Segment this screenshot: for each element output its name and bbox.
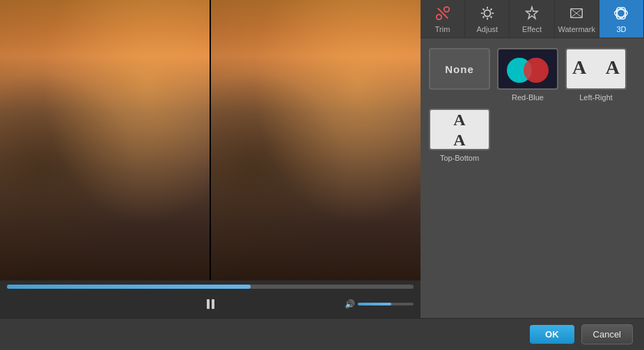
cancel-button[interactable]: Cancel: [581, 324, 633, 344]
options-area: None Red-Blue A A Left-Right: [421, 38, 644, 318]
tab-bar: Trim Adjust: [421, 0, 644, 38]
right-panel: Trim Adjust: [421, 0, 644, 318]
svg-point-3: [484, 10, 490, 16]
red-blue-box: [497, 48, 558, 90]
pause-icon: [207, 299, 214, 309]
lr-letter-left: A: [572, 56, 586, 79]
play-controls: [143, 294, 278, 314]
volume-section: 🔊: [278, 299, 414, 309]
pause-bar-left: [207, 299, 210, 309]
tab-effect[interactable]: Effect: [510, 0, 554, 38]
none-label: None: [445, 63, 474, 75]
tab-watermark[interactable]: Watermark: [555, 0, 599, 38]
effect-icon: [524, 6, 540, 23]
trim-icon: [435, 6, 450, 23]
tab-trim-label: Trim: [435, 25, 450, 33]
option-none[interactable]: None: [429, 48, 490, 102]
none-box: None: [429, 48, 490, 90]
pause-bar-right: [212, 299, 214, 309]
red-blue-label: Red-Blue: [512, 93, 544, 102]
tab-3d-label: 3D: [616, 25, 626, 33]
top-bottom-box: A A: [429, 109, 490, 150]
ok-button[interactable]: OK: [530, 325, 574, 344]
controls-row: 🔊: [7, 294, 414, 314]
svg-line-11: [490, 8, 492, 10]
tab-adjust-label: Adjust: [477, 25, 498, 33]
video-frame-left: [0, 0, 210, 280]
svg-line-0: [437, 8, 448, 19]
progress-fill: [7, 285, 251, 289]
tb-letter-bottom: A: [453, 131, 465, 150]
svg-line-8: [482, 8, 484, 10]
tb-letter-top: A: [453, 111, 465, 129]
tab-adjust[interactable]: Adjust: [465, 0, 510, 38]
option-top-bottom[interactable]: A A Top-Bottom: [429, 109, 490, 162]
video-content: [0, 0, 421, 280]
bottom-bar: OK Cancel: [0, 318, 644, 350]
option-left-right[interactable]: A A Left-Right: [565, 48, 627, 102]
volume-icon: 🔊: [345, 299, 355, 309]
svg-point-17: [615, 6, 628, 20]
tab-trim[interactable]: Trim: [421, 0, 465, 38]
video-controls: 🔊: [0, 280, 421, 318]
video-panel: 🔊: [0, 0, 421, 318]
svg-point-1: [436, 15, 441, 19]
main-area: 🔊 Trim: [0, 0, 644, 318]
tab-watermark-label: Watermark: [558, 25, 595, 33]
pause-button[interactable]: [201, 294, 220, 314]
tab-effect-label: Effect: [522, 25, 542, 33]
left-right-box: A A: [565, 48, 627, 90]
progress-bar[interactable]: [7, 285, 414, 289]
video-frame-right: [211, 0, 421, 280]
red-circle: [524, 58, 549, 83]
svg-point-2: [443, 7, 448, 12]
tab-3d[interactable]: 3D: [599, 0, 644, 38]
svg-line-9: [490, 16, 492, 17]
volume-slider[interactable]: [358, 303, 414, 305]
video-display: [0, 0, 421, 280]
top-bottom-label: Top-Bottom: [440, 154, 479, 162]
lr-letter-right: A: [606, 56, 620, 79]
adjust-icon: [480, 6, 495, 23]
svg-line-10: [482, 16, 484, 17]
watermark-icon: [569, 6, 584, 23]
3d-icon: [613, 6, 629, 23]
left-right-label: Left-Right: [579, 93, 613, 102]
volume-fill: [358, 303, 391, 305]
option-red-blue[interactable]: Red-Blue: [497, 48, 558, 102]
